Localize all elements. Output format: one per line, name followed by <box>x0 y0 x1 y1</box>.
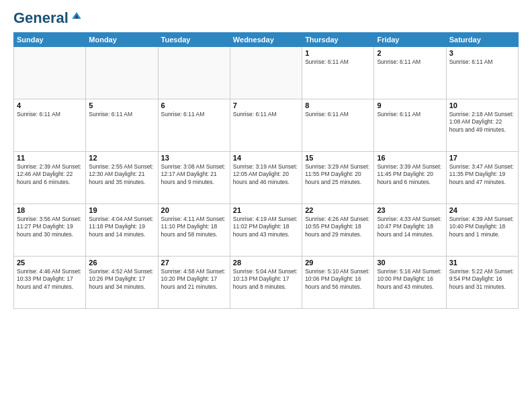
weekday-header-sunday: Sunday <box>14 33 86 47</box>
day-info: Sunrise: 5:16 AM Sunset: 10:00 PM Daylig… <box>377 268 443 291</box>
calendar-cell: 30Sunrise: 5:16 AM Sunset: 10:00 PM Dayl… <box>374 257 446 309</box>
day-info: Sunrise: 5:10 AM Sunset: 10:06 PM Daylig… <box>305 268 371 291</box>
calendar-cell: 13Sunrise: 3:08 AM Sunset: 12:17 AM Dayl… <box>158 152 230 204</box>
day-info: Sunrise: 6:11 AM <box>449 58 515 66</box>
calendar-cell: 23Sunrise: 4:33 AM Sunset: 10:47 PM Dayl… <box>374 204 446 257</box>
day-number: 21 <box>233 206 299 214</box>
day-info: Sunrise: 6:11 AM <box>305 111 371 118</box>
calendar-cell: 20Sunrise: 4:11 AM Sunset: 11:10 PM Dayl… <box>158 204 230 257</box>
day-number: 31 <box>449 259 515 267</box>
calendar-cell: 15Sunrise: 3:29 AM Sunset: 11:55 PM Dayl… <box>302 152 374 204</box>
day-number: 5 <box>89 101 154 109</box>
day-info: Sunrise: 6:11 AM <box>305 58 371 66</box>
day-number: 6 <box>161 101 227 109</box>
day-number: 26 <box>89 259 154 267</box>
day-info: Sunrise: 5:22 AM Sunset: 9:54 PM Dayligh… <box>449 268 515 291</box>
day-number: 11 <box>17 154 83 162</box>
weekday-header-thursday: Thursday <box>302 33 374 47</box>
day-info: Sunrise: 4:19 AM Sunset: 11:02 PM Daylig… <box>233 216 299 238</box>
day-info: Sunrise: 3:47 AM Sunset: 11:35 PM Daylig… <box>449 163 515 186</box>
calendar-cell: 7Sunrise: 6:11 AM <box>230 99 302 152</box>
day-info: Sunrise: 4:58 AM Sunset: 10:20 PM Daylig… <box>161 268 227 291</box>
day-info: Sunrise: 4:46 AM Sunset: 10:33 PM Daylig… <box>17 268 83 291</box>
calendar-cell: 26Sunrise: 4:52 AM Sunset: 10:26 PM Dayl… <box>86 257 158 309</box>
day-number: 1 <box>305 49 371 57</box>
calendar-week-5: 25Sunrise: 4:46 AM Sunset: 10:33 PM Dayl… <box>14 257 519 309</box>
day-info: Sunrise: 5:04 AM Sunset: 10:13 PM Daylig… <box>233 268 299 291</box>
day-info: Sunrise: 4:26 AM Sunset: 10:55 PM Daylig… <box>305 216 371 238</box>
day-info: Sunrise: 6:11 AM <box>161 111 227 118</box>
day-number: 17 <box>449 154 515 162</box>
calendar-cell: 28Sunrise: 5:04 AM Sunset: 10:13 PM Dayl… <box>230 257 302 309</box>
day-info: Sunrise: 4:39 AM Sunset: 10:40 PM Daylig… <box>449 216 515 238</box>
day-number: 3 <box>449 49 515 57</box>
day-info: Sunrise: 2:55 AM Sunset: 12:30 AM Daylig… <box>89 163 154 186</box>
day-number: 12 <box>89 154 154 162</box>
header: General <box>13 11 519 26</box>
weekday-header-tuesday: Tuesday <box>158 33 230 47</box>
day-info: Sunrise: 2:39 AM Sunset: 12:46 AM Daylig… <box>17 163 83 186</box>
calendar-week-1: 1Sunrise: 6:11 AM2Sunrise: 6:11 AM3Sunri… <box>14 47 519 99</box>
calendar-cell: 3Sunrise: 6:11 AM <box>446 47 518 99</box>
calendar-cell: 4Sunrise: 6:11 AM <box>14 99 86 152</box>
day-number: 7 <box>233 101 299 109</box>
calendar-cell: 19Sunrise: 4:04 AM Sunset: 11:18 PM Dayl… <box>86 204 158 257</box>
day-number: 23 <box>377 206 443 214</box>
day-info: Sunrise: 4:33 AM Sunset: 10:47 PM Daylig… <box>377 216 443 238</box>
day-info: Sunrise: 6:11 AM <box>377 58 443 66</box>
calendar-cell: 2Sunrise: 6:11 AM <box>374 47 446 99</box>
day-number: 22 <box>305 206 371 214</box>
logo-icon <box>70 9 83 22</box>
weekday-header-wednesday: Wednesday <box>230 33 302 47</box>
day-number: 15 <box>305 154 371 162</box>
calendar-cell: 17Sunrise: 3:47 AM Sunset: 11:35 PM Dayl… <box>446 152 518 204</box>
day-info: Sunrise: 2:18 AM Sunset: 1:08 AM Dayligh… <box>449 111 515 134</box>
day-number: 29 <box>305 259 371 267</box>
day-number: 27 <box>161 259 227 267</box>
weekday-header-row: SundayMondayTuesdayWednesdayThursdayFrid… <box>14 33 519 47</box>
day-info: Sunrise: 4:11 AM Sunset: 11:10 PM Daylig… <box>161 216 227 238</box>
day-number: 10 <box>449 101 515 109</box>
weekday-header-monday: Monday <box>86 33 158 47</box>
day-number: 30 <box>377 259 443 267</box>
calendar-cell: 18Sunrise: 3:56 AM Sunset: 11:27 PM Dayl… <box>14 204 86 257</box>
calendar-cell: 31Sunrise: 5:22 AM Sunset: 9:54 PM Dayli… <box>446 257 518 309</box>
calendar-cell: 24Sunrise: 4:39 AM Sunset: 10:40 PM Dayl… <box>446 204 518 257</box>
calendar-cell: 21Sunrise: 4:19 AM Sunset: 11:02 PM Dayl… <box>230 204 302 257</box>
day-info: Sunrise: 6:11 AM <box>17 111 83 118</box>
day-info: Sunrise: 4:04 AM Sunset: 11:18 PM Daylig… <box>89 216 154 238</box>
day-info: Sunrise: 3:19 AM Sunset: 12:05 AM Daylig… <box>233 163 299 186</box>
calendar-cell: 12Sunrise: 2:55 AM Sunset: 12:30 AM Dayl… <box>86 152 158 204</box>
day-number: 20 <box>161 206 227 214</box>
day-number: 19 <box>89 206 154 214</box>
calendar-cell: 14Sunrise: 3:19 AM Sunset: 12:05 AM Dayl… <box>230 152 302 204</box>
calendar-cell: 25Sunrise: 4:46 AM Sunset: 10:33 PM Dayl… <box>14 257 86 309</box>
day-info: Sunrise: 6:11 AM <box>377 111 443 118</box>
day-number: 2 <box>377 49 443 57</box>
calendar-cell: 11Sunrise: 2:39 AM Sunset: 12:46 AM Dayl… <box>14 152 86 204</box>
calendar-cell: 8Sunrise: 6:11 AM <box>302 99 374 152</box>
calendar-week-3: 11Sunrise: 2:39 AM Sunset: 12:46 AM Dayl… <box>14 152 519 204</box>
day-info: Sunrise: 6:11 AM <box>89 111 154 118</box>
weekday-header-friday: Friday <box>374 33 446 47</box>
calendar-cell: 29Sunrise: 5:10 AM Sunset: 10:06 PM Dayl… <box>302 257 374 309</box>
day-info: Sunrise: 3:56 AM Sunset: 11:27 PM Daylig… <box>17 216 83 238</box>
calendar-cell: 1Sunrise: 6:11 AM <box>302 47 374 99</box>
day-info: Sunrise: 3:39 AM Sunset: 11:45 PM Daylig… <box>377 163 443 186</box>
day-info: Sunrise: 4:52 AM Sunset: 10:26 PM Daylig… <box>89 268 154 291</box>
calendar-cell: 10Sunrise: 2:18 AM Sunset: 1:08 AM Dayli… <box>446 99 518 152</box>
logo-text: General <box>13 11 69 26</box>
day-number: 24 <box>449 206 515 214</box>
calendar-cell: 27Sunrise: 4:58 AM Sunset: 10:20 PM Dayl… <box>158 257 230 309</box>
calendar-cell: 22Sunrise: 4:26 AM Sunset: 10:55 PM Dayl… <box>302 204 374 257</box>
day-number: 28 <box>233 259 299 267</box>
weekday-header-saturday: Saturday <box>446 33 518 47</box>
day-info: Sunrise: 6:11 AM <box>233 111 299 118</box>
day-number: 16 <box>377 154 443 162</box>
logo: General <box>13 11 83 26</box>
calendar-cell <box>14 47 86 99</box>
day-number: 9 <box>377 101 443 109</box>
day-number: 4 <box>17 101 83 109</box>
calendar-cell: 6Sunrise: 6:11 AM <box>158 99 230 152</box>
calendar-table: SundayMondayTuesdayWednesdayThursdayFrid… <box>13 32 519 309</box>
